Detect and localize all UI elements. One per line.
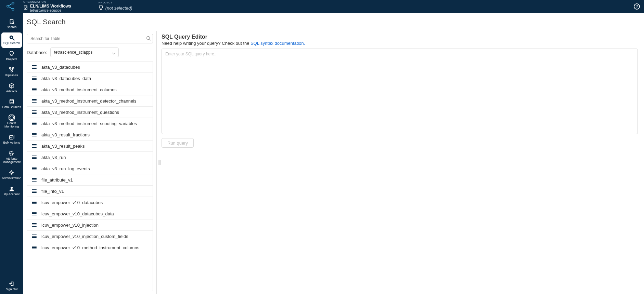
table-search-input[interactable] [27, 34, 144, 43]
table-row[interactable]: akta_v3_result_fractions [27, 129, 153, 141]
nav-data-sources[interactable]: Data Sources [1, 96, 22, 112]
table-name: akta_v3_datacubes_data [41, 76, 91, 81]
nav-artifacts[interactable]: Artifacts [1, 81, 22, 96]
table-row[interactable]: akta_v3_result_peaks [27, 141, 153, 152]
work-area: Database: tetrascience_sciapps akta_v3_d… [23, 31, 644, 294]
table-row[interactable]: akta_v3_datacubes_data [27, 73, 153, 84]
database-select[interactable]: tetrascience_sciapps [50, 48, 119, 57]
svg-point-27 [11, 172, 12, 173]
table-icon [32, 99, 37, 103]
attribute-management-icon: <> [9, 150, 15, 156]
splitter-grip-icon [158, 160, 160, 165]
svg-point-29 [146, 36, 150, 39]
sql-query-input[interactable] [162, 49, 638, 134]
table-row[interactable]: akta_v3_method_instrument_detector_chann… [27, 95, 153, 107]
table-name: lcuv_empower_v10_datacubes [41, 200, 103, 205]
table-icon [32, 122, 37, 125]
svg-point-22 [10, 99, 14, 101]
table-row[interactable]: lcuv_empower_v10_method_instrument_colum… [27, 242, 153, 253]
data-sources-icon [9, 98, 15, 105]
table-row[interactable]: file_attribute_v1 [27, 174, 153, 186]
svg-rect-6 [25, 6, 25, 7]
sql-search-icon [9, 35, 15, 41]
table-icon [32, 110, 37, 114]
nav-signout[interactable]: Sign Out [1, 279, 22, 294]
svg-rect-10 [25, 8, 26, 10]
table-row[interactable]: lcuv_empower_v10_datacubes_data [27, 208, 153, 219]
nav-my-account[interactable]: My Account [1, 184, 22, 199]
svg-line-14 [14, 24, 14, 24]
table-row[interactable]: akta_v3_datacubes [27, 62, 153, 73]
nav-artifacts-label: Artifacts [6, 90, 17, 93]
database-row: Database: tetrascience_sciapps [27, 48, 153, 57]
svg-point-16 [11, 37, 12, 38]
signout-icon [9, 281, 15, 287]
panel-splitter[interactable] [157, 31, 162, 294]
nav-pipelines[interactable]: Pipelines [1, 65, 22, 80]
nav-sql-search-label: SQL Search [3, 42, 20, 45]
run-query-button[interactable]: Run query [162, 138, 194, 148]
project-label: PROJECT [99, 1, 132, 4]
nav-sql-search[interactable]: SQL Search [1, 32, 22, 48]
search-icon [146, 36, 151, 42]
table-search-button[interactable] [144, 34, 153, 43]
svg-line-4 [9, 7, 12, 9]
table-name: lcuv_empower_v10_method_instrument_colum… [41, 245, 139, 250]
app-header: ORGANIZATION ELN/LIMS Workflows tetrasci… [0, 0, 644, 13]
nav-health-monitoring[interactable]: Health Monitoring [1, 112, 22, 131]
table-name: akta_v3_method_instrument_scouting_varia… [41, 121, 137, 126]
nav-administration[interactable]: Administration [1, 168, 22, 183]
table-icon [32, 223, 37, 227]
project-block[interactable]: PROJECT (not selected) [99, 1, 132, 11]
table-row[interactable]: lcuv_empower_v10_injection_custom_fields [27, 231, 153, 242]
nav-bulk-actions[interactable]: Bulk Actions [1, 132, 22, 147]
svg-line-17 [13, 39, 14, 40]
help-prefix: Need help writing your query? Check out … [162, 41, 250, 46]
table-row[interactable]: lcuv_empower_v10_datacubes [27, 197, 153, 208]
table-row[interactable]: file_info_v1 [27, 186, 153, 197]
table-row[interactable]: akta_v3_method_instrument_questions [27, 107, 153, 118]
organization-label: ORGANIZATION [23, 1, 71, 3]
table-row[interactable]: akta_v3_method_instrument_scouting_varia… [27, 118, 153, 129]
table-row[interactable]: akta_v3_run [27, 152, 153, 163]
svg-point-0 [7, 5, 9, 7]
table-icon [32, 212, 37, 215]
table-name: akta_v3_datacubes [41, 65, 80, 70]
svg-rect-25 [10, 136, 13, 139]
administration-icon [9, 170, 15, 176]
help-button[interactable]: ? [634, 3, 640, 10]
side-nav: SearchSQL SearchProjectsPipelinesArtifac… [0, 13, 23, 294]
search-icon [9, 18, 15, 25]
tables-panel: Database: tetrascience_sciapps akta_v3_d… [23, 31, 157, 294]
svg-rect-9 [26, 7, 27, 8]
table-name: file_attribute_v1 [41, 177, 73, 183]
table-name: lcuv_empower_v10_injection_custom_fields [41, 234, 128, 239]
svg-point-28 [11, 187, 13, 189]
artifacts-icon [9, 83, 15, 89]
nav-data-sources-label: Data Sources [2, 106, 21, 109]
table-row[interactable]: akta_v3_method_instrument_columns [27, 84, 153, 95]
building-icon [23, 5, 28, 11]
svg-rect-11 [100, 9, 102, 10]
table-name: akta_v3_method_instrument_detector_chann… [41, 98, 137, 104]
nav-projects-label: Projects [6, 58, 17, 61]
nav-search[interactable]: Search [1, 16, 22, 32]
svg-rect-18 [11, 55, 13, 56]
nav-projects[interactable]: Projects [1, 49, 22, 64]
table-list[interactable]: akta_v3_datacubesakta_v3_datacubes_dataa… [27, 61, 153, 291]
nav-attribute-management[interactable]: <>Attribute Management [1, 148, 22, 167]
table-row[interactable]: lcuv_empower_v10_injection [27, 219, 153, 231]
content: SQL Search Database: tetrascience_sciapp… [23, 13, 644, 294]
svg-line-30 [149, 39, 151, 40]
organization-block[interactable]: ORGANIZATION ELN/LIMS Workflows tetrasci… [23, 1, 71, 12]
nav-pipelines-label: Pipelines [5, 74, 18, 77]
table-icon [32, 167, 37, 170]
help-icon: ? [636, 4, 638, 9]
table-icon [32, 88, 37, 91]
health-monitoring-icon [9, 115, 15, 121]
svg-line-3 [9, 4, 12, 6]
projects-icon [9, 51, 15, 57]
table-row[interactable]: akta_v3_run_log_events [27, 163, 153, 174]
sql-doc-link[interactable]: SQL syntax documentation. [250, 41, 305, 46]
table-icon [32, 235, 37, 238]
